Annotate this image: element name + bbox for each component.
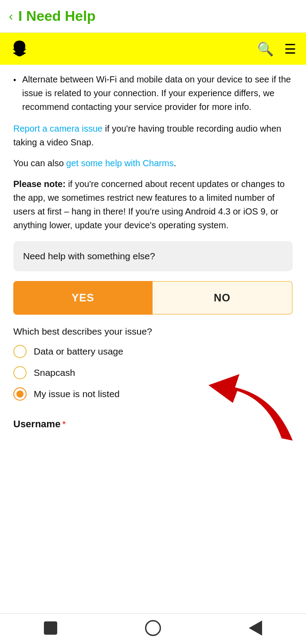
radio-label-not-listed: My issue is not listed (34, 389, 120, 399)
bottom-nav-square-icon[interactable] (44, 621, 57, 635)
required-star: * (62, 419, 66, 429)
report-camera-paragraph: Report a camera issue if you're having t… (13, 122, 293, 149)
issue-question: Which best describes your issue? (13, 326, 293, 337)
charms-suffix: . (174, 158, 177, 168)
bottom-nav-bar (0, 613, 306, 644)
snapchat-logo-icon (10, 39, 29, 59)
please-note-bold: Please note: (13, 179, 66, 189)
bullet-text: Alternate between Wi-Fi and mobile data … (22, 73, 293, 114)
also-text: You can also (13, 158, 66, 168)
radio-option-not-listed-container: My issue is not listed (13, 387, 293, 401)
help-box-text: Need help with something else? (23, 251, 155, 261)
bottom-nav-back-icon[interactable] (249, 621, 262, 636)
bottom-nav-home-icon[interactable] (145, 620, 161, 636)
top-nav-bar: ‹ I Need Help (0, 0, 306, 33)
charms-link[interactable]: get some help with Charms (66, 158, 173, 168)
snapchat-header-bar: 🔍 ☰ (0, 33, 306, 65)
radio-circle-data-battery (13, 345, 27, 358)
main-content: • Alternate between Wi-Fi and mobile dat… (0, 65, 306, 478)
issue-section: Which best describes your issue? Data or… (13, 326, 293, 401)
please-note-paragraph: Please note: if you're concerned about r… (13, 177, 293, 232)
yes-button[interactable]: YES (13, 281, 153, 315)
radio-option-data-battery[interactable]: Data or battery usage (13, 345, 293, 358)
username-label: Username (13, 418, 60, 430)
radio-label-snapcash: Snapcash (34, 367, 75, 378)
header-icons: 🔍 ☰ (257, 41, 296, 57)
menu-icon[interactable]: ☰ (284, 41, 296, 57)
no-button[interactable]: NO (153, 281, 293, 315)
bullet-dot: • (13, 74, 18, 86)
also-help-paragraph: You can also get some help with Charms. (13, 156, 293, 170)
bullet-section: • Alternate between Wi-Fi and mobile dat… (13, 73, 293, 114)
red-arrow-annotation (195, 361, 297, 449)
bullet-item: • Alternate between Wi-Fi and mobile dat… (13, 73, 293, 114)
page-title: I Need Help (18, 8, 95, 24)
search-icon[interactable]: 🔍 (257, 41, 274, 57)
radio-circle-not-listed (13, 387, 27, 401)
help-box: Need help with something else? (13, 241, 293, 271)
radio-circle-snapcash (13, 366, 27, 379)
back-button[interactable]: ‹ (9, 10, 13, 23)
yes-no-row: YES NO (13, 281, 293, 315)
radio-label-data-battery: Data or battery usage (34, 346, 123, 357)
report-camera-link[interactable]: Report a camera issue (13, 124, 102, 133)
